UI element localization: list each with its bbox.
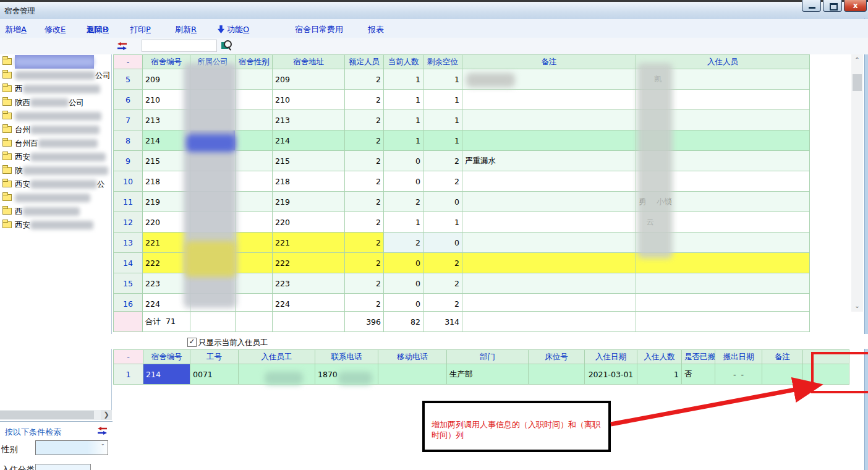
- remark-cell[interactable]: [462, 130, 636, 151]
- tree-horizontal-scrollbar[interactable]: ❯: [0, 410, 112, 420]
- minimize-button[interactable]: [802, 0, 821, 12]
- dorm-address-cell[interactable]: 220: [273, 212, 345, 233]
- dorm-gender-cell[interactable]: [236, 130, 273, 151]
- column-header[interactable]: 床位号: [529, 350, 585, 364]
- dorm-row[interactable]: 16 224 224 2 0 2: [114, 294, 810, 312]
- resident-cell[interactable]: [636, 130, 810, 151]
- resident-cell[interactable]: [636, 294, 810, 312]
- company-cell[interactable]: [190, 90, 236, 110]
- dorm-no-cell[interactable]: 221: [143, 233, 190, 253]
- current-count-cell[interactable]: 1: [384, 69, 423, 90]
- vacancy-cell[interactable]: 1: [423, 69, 462, 90]
- dorm-no-cell[interactable]: 219: [143, 192, 190, 212]
- dorm-gender-cell[interactable]: [236, 294, 273, 312]
- quota-cell[interactable]: 2: [345, 212, 384, 233]
- mobile-cell[interactable]: [378, 364, 447, 385]
- dorm-address-cell[interactable]: 223: [273, 273, 345, 294]
- dorm-no-cell[interactable]: 210: [143, 90, 190, 110]
- employee-no-cell[interactable]: 0071: [190, 364, 239, 385]
- dorm-no-cell[interactable]: 213: [143, 110, 190, 130]
- resident-cell[interactable]: 云: [636, 212, 810, 233]
- company-cell[interactable]: [190, 151, 236, 171]
- company-cell[interactable]: [190, 110, 236, 130]
- quota-cell[interactable]: 2: [345, 233, 384, 253]
- tree-item-company[interactable]: 西安公: [0, 177, 111, 190]
- vacancy-cell[interactable]: 1: [423, 110, 462, 130]
- search-magnifier-icon[interactable]: [221, 40, 233, 51]
- dorm-address-cell[interactable]: 209: [273, 69, 345, 90]
- gender-select[interactable]: ˇ: [35, 440, 108, 455]
- remark-cell[interactable]: 严重漏水: [462, 151, 636, 171]
- resident-cell[interactable]: 凯: [636, 69, 810, 90]
- company-cell[interactable]: [190, 233, 236, 253]
- filter-sync-icon[interactable]: [98, 427, 108, 435]
- dorm-gender-cell[interactable]: [236, 171, 273, 192]
- tree-item-company[interactable]: [0, 190, 111, 204]
- moveout-date-cell[interactable]: - -: [715, 364, 762, 385]
- company-cell[interactable]: [190, 171, 236, 192]
- quota-cell[interactable]: 2: [345, 151, 384, 171]
- dorm-no-cell[interactable]: 215: [143, 151, 190, 171]
- dorm-row[interactable]: 5 209 209 2 1 1 凯: [114, 69, 810, 90]
- company-cell[interactable]: [190, 294, 236, 312]
- column-header[interactable]: 入住员工: [239, 350, 315, 364]
- scroll-right-arrow-icon[interactable]: ❯: [101, 410, 112, 420]
- phone-cell[interactable]: 1870: [315, 364, 378, 385]
- company-cell[interactable]: [190, 192, 236, 212]
- column-header[interactable]: 所属公司: [190, 55, 236, 69]
- tree-item-company[interactable]: 台州百: [0, 136, 111, 150]
- tree-item-company[interactable]: 陕西公司: [0, 95, 111, 109]
- remark-cell[interactable]: [462, 171, 636, 192]
- quota-cell[interactable]: 2: [345, 192, 384, 212]
- remark-cell[interactable]: [462, 253, 636, 273]
- current-count-cell[interactable]: 2: [384, 233, 423, 253]
- dorm-no-cell[interactable]: 224: [143, 294, 190, 312]
- resident-cell[interactable]: 勇 小锁: [636, 192, 810, 212]
- vacancy-cell[interactable]: 2: [423, 294, 462, 312]
- vacancy-cell[interactable]: 1: [423, 90, 462, 110]
- dorm-row[interactable]: 7 213 213 2 1 1: [114, 110, 810, 130]
- resident-cell[interactable]: [636, 273, 810, 294]
- dorm-no-cell[interactable]: 214: [143, 364, 190, 385]
- dorm-address-cell[interactable]: 221: [273, 233, 345, 253]
- dorm-no-cell[interactable]: 222: [143, 253, 190, 273]
- tree-item-company[interactable]: 台州: [0, 122, 111, 136]
- remark-cell[interactable]: [462, 192, 636, 212]
- dorm-address-cell[interactable]: 222: [273, 253, 345, 273]
- toolbar-button[interactable]: 功能O: [227, 24, 249, 35]
- dorm-row[interactable]: 14 222 222 2 0 2: [114, 253, 810, 273]
- vacancy-cell[interactable]: 0: [423, 192, 462, 212]
- dorm-row[interactable]: 11 219 219 2 2 0 勇 小锁: [114, 192, 810, 212]
- remark-cell[interactable]: [462, 69, 636, 90]
- tree-item-company[interactable]: 西安: [0, 150, 111, 163]
- resident-cell[interactable]: [636, 110, 810, 130]
- dorm-no-cell[interactable]: 220: [143, 212, 190, 233]
- column-header[interactable]: -: [114, 350, 143, 364]
- current-residents-checkbox[interactable]: ✓: [187, 338, 197, 347]
- column-header[interactable]: 备注: [762, 350, 803, 364]
- dorm-gender-cell[interactable]: [236, 273, 273, 294]
- dorm-gender-cell[interactable]: [236, 90, 273, 110]
- scrollbar-thumb[interactable]: [0, 411, 94, 419]
- tree-item-company[interactable]: 陕: [0, 163, 111, 177]
- dorm-address-cell[interactable]: 214: [273, 130, 345, 151]
- column-header[interactable]: 宿舍编号: [143, 55, 190, 69]
- dorm-gender-cell[interactable]: [236, 110, 273, 130]
- resident-row[interactable]: 1 214 0071 1870 生产部 2021-03-01 1 否 - -: [114, 364, 849, 385]
- current-count-cell[interactable]: 2: [384, 192, 423, 212]
- column-header[interactable]: 搬出日期: [715, 350, 762, 364]
- vacancy-cell[interactable]: 2: [423, 151, 462, 171]
- dorm-gender-cell[interactable]: [236, 151, 273, 171]
- quota-cell[interactable]: 2: [345, 130, 384, 151]
- scrollbar-thumb[interactable]: [853, 74, 862, 91]
- remark-cell[interactable]: [462, 294, 636, 312]
- dorm-row[interactable]: 10 218 218 2 0 2: [114, 171, 810, 192]
- column-header[interactable]: -: [114, 55, 143, 69]
- vacancy-cell[interactable]: 1: [423, 130, 462, 151]
- toolbar-button[interactable]: 打印P: [130, 24, 151, 35]
- tree-item-company[interactable]: [0, 54, 111, 68]
- current-count-cell[interactable]: 0: [384, 294, 423, 312]
- toolbar-button[interactable]: 报表: [368, 24, 384, 35]
- dorm-no-cell[interactable]: 223: [143, 273, 190, 294]
- dorm-address-cell[interactable]: 218: [273, 171, 345, 192]
